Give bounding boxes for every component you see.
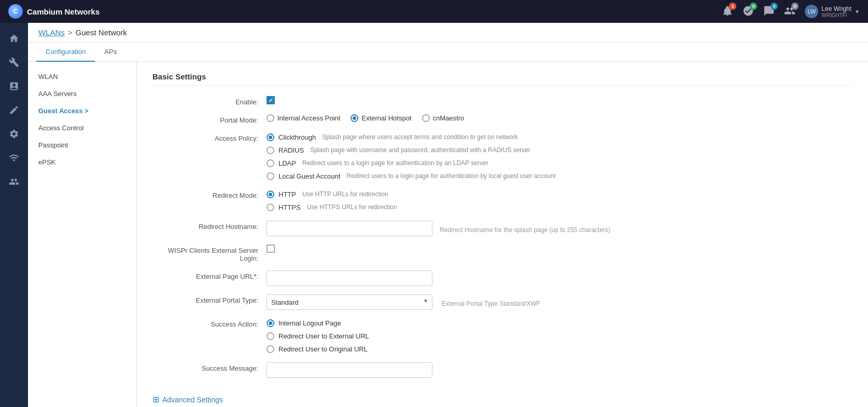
portal-internal-radio[interactable] — [267, 114, 274, 122]
leftnav-item-epsk[interactable]: ePSK — [28, 154, 136, 171]
tab-configuration[interactable]: Configuration — [36, 43, 95, 62]
leftnav-item-passpoint[interactable]: Passpoint — [28, 137, 136, 154]
leftnav-item-access-control[interactable]: Access Control — [28, 119, 136, 137]
access-policy-content: Clickthrough Splash page where users acc… — [267, 132, 852, 181]
chart-icon — [9, 81, 19, 91]
portal-mode-row: Portal Mode: Internal Access Point Exter… — [152, 114, 852, 124]
policy-ldap-radio[interactable] — [267, 159, 274, 167]
users-badge: 0 — [791, 3, 799, 10]
network-icon — [9, 153, 19, 163]
external-portal-select[interactable]: Standard XWF — [267, 294, 432, 310]
portal-cnmaestro-radio[interactable] — [422, 114, 430, 122]
wispr-label: WISPr Clients External Server Login: — [152, 245, 267, 262]
external-portal-type-content: Standard XWF External Portal Type Standa… — [267, 294, 852, 310]
user-menu[interactable]: LW Lee Wright WRIGHTFI ▼ — [805, 5, 860, 18]
content-area: WLANs > Guest Network Configuration APs … — [28, 23, 868, 407]
success-external-url[interactable]: Redirect User to External URL — [267, 331, 852, 341]
redirect-https-desc: Use HTTPS URLs for redirection — [307, 204, 397, 211]
breadcrumb-link[interactable]: WLANs — [38, 28, 65, 37]
redirect-hostname-label: Redirect Hostname: — [152, 221, 267, 230]
portal-mode-cnmaestro[interactable]: cnMaestro — [422, 114, 465, 122]
success-original-label: Redirect User to Original URL — [278, 345, 368, 353]
portal-mode-external[interactable]: External Hotspot — [351, 114, 411, 122]
policy-clickthrough-radio[interactable] — [267, 133, 274, 141]
sidebar-item-home[interactable] — [4, 28, 24, 49]
breadcrumb-current: Guest Network — [76, 28, 127, 37]
policy-ldap-label: LDAP — [278, 159, 296, 167]
leftnav-item-guest-access[interactable]: Guest Access > — [28, 102, 136, 119]
policy-radius-desc: Splash page with username and password, … — [310, 146, 530, 154]
sidebar-item-users[interactable] — [4, 171, 24, 192]
policy-ldap[interactable]: LDAP Redirect users to a login page for … — [267, 158, 852, 168]
success-external-radio[interactable] — [267, 332, 274, 340]
redirect-https[interactable]: HTTPS Use HTTPS URLs for redirection — [267, 202, 852, 212]
wispr-content — [267, 245, 852, 253]
edit-icon — [9, 105, 19, 115]
leftnav-item-wlan[interactable]: WLAN — [28, 68, 136, 85]
success-action-content: Internal Logout Page Redirect User to Ex… — [267, 318, 852, 354]
messages-icon-wrap[interactable]: 0 — [763, 5, 775, 18]
success-original-url[interactable]: Redirect User to Original URL — [267, 344, 852, 354]
redirect-http-label: HTTP — [278, 191, 296, 198]
redirect-mode-row: Redirect Mode: HTTP Use HTTP URLs for re… — [152, 189, 852, 212]
users-icon-wrap[interactable]: 0 — [784, 5, 795, 18]
policy-local-guest[interactable]: Local Guest Account Redirect users to a … — [267, 171, 852, 181]
check-icon-wrap[interactable]: 0 — [743, 5, 754, 18]
sidebar-item-tools[interactable] — [4, 52, 24, 73]
success-message-input[interactable] — [267, 362, 432, 378]
wispr-checkbox[interactable] — [267, 245, 275, 253]
success-action-label: Success Action: — [152, 318, 267, 328]
sidebar-item-settings[interactable] — [4, 124, 24, 144]
leftnav-item-aaa[interactable]: AAA Servers — [28, 85, 136, 102]
portal-mode-internal[interactable]: Internal Access Point — [267, 114, 340, 122]
gear-icon — [9, 129, 19, 139]
portal-mode-group: Internal Access Point External Hotspot c… — [267, 114, 852, 122]
portal-external-radio[interactable] — [351, 114, 358, 122]
portal-mode-label: Portal Mode: — [152, 114, 267, 124]
policy-local-radio[interactable] — [267, 172, 274, 180]
left-nav: WLAN AAA Servers Guest Access > Access C… — [28, 62, 137, 407]
messages-badge: 0 — [771, 3, 778, 10]
external-url-input[interactable] — [267, 270, 432, 286]
notifications-icon-wrap[interactable]: 1 — [722, 5, 733, 18]
enable-checkbox[interactable] — [267, 96, 275, 104]
section-title: Basic Settings — [152, 72, 852, 86]
external-url-row: External Page URL*: — [152, 270, 852, 286]
tab-bar: Configuration APs — [28, 43, 868, 62]
logo-icon: C — [8, 4, 23, 19]
redirect-http-radio[interactable] — [267, 191, 274, 198]
tab-aps[interactable]: APs — [95, 43, 126, 62]
access-policy-label: Access Policy: — [152, 132, 267, 142]
sidebar-item-reports[interactable] — [4, 76, 24, 97]
check-badge: 0 — [750, 3, 757, 10]
success-internal-logout[interactable]: Internal Logout Page — [267, 318, 852, 328]
user-sub: WRIGHTFI — [821, 12, 851, 18]
sidebar-item-pencil[interactable] — [4, 100, 24, 120]
policy-radius-radio[interactable] — [267, 146, 274, 154]
success-original-radio[interactable] — [267, 345, 274, 353]
enable-content — [267, 96, 852, 104]
success-internal-radio[interactable] — [267, 319, 274, 327]
redirect-https-radio[interactable] — [267, 204, 274, 211]
policy-clickthrough[interactable]: Clickthrough Splash page where users acc… — [267, 132, 852, 142]
redirect-http[interactable]: HTTP Use HTTP URLs for redirection — [267, 189, 852, 199]
topnav-right: 1 0 0 0 LW Lee Wright WRIGHTFI ▼ — [722, 5, 860, 18]
policy-radius[interactable]: RADIUS Splash page with username and pas… — [267, 145, 852, 155]
success-message-label: Success Message: — [152, 362, 267, 372]
chevron-down-icon: ▼ — [855, 9, 860, 15]
redirect-hostname-input[interactable] — [267, 221, 432, 236]
external-url-content — [267, 270, 852, 286]
user-avatar: LW — [805, 5, 818, 18]
wispr-row: WISPr Clients External Server Login: — [152, 245, 852, 262]
breadcrumb: WLANs > Guest Network — [28, 23, 868, 43]
advanced-settings-section: ⊞ Advanced Settings — [152, 388, 852, 404]
advanced-settings-toggle[interactable]: ⊞ Advanced Settings — [152, 395, 852, 404]
policy-local-desc: Redirect users to a login page for authe… — [346, 172, 556, 180]
sidebar-item-network[interactable] — [4, 147, 24, 168]
brand-name: Cambium Networks — [27, 7, 100, 16]
portal-external-label: External Hotspot — [361, 114, 411, 122]
right-panel: Basic Settings Enable: Portal Mode: — [137, 62, 868, 407]
external-portal-type-row: External Portal Type: Standard XWF Exter… — [152, 294, 852, 310]
home-icon — [9, 33, 19, 44]
sidebar — [0, 23, 28, 407]
